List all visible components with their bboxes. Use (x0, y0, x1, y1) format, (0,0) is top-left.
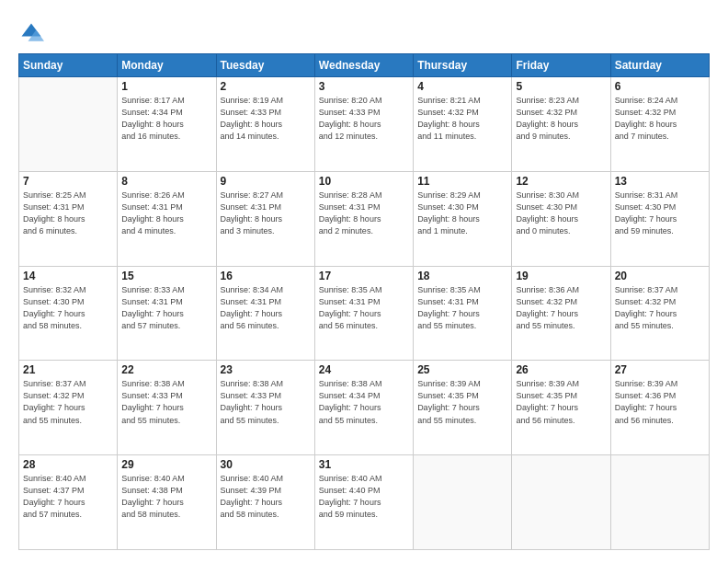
day-number: 1 (121, 80, 211, 93)
day-number: 27 (615, 363, 705, 376)
calendar-header-monday: Monday (118, 54, 216, 77)
day-info: Sunrise: 8:37 AM Sunset: 4:32 PM Dayligh… (23, 378, 113, 426)
calendar-header-thursday: Thursday (414, 54, 512, 77)
calendar-cell: 3Sunrise: 8:20 AM Sunset: 4:33 PM Daylig… (314, 77, 413, 172)
calendar-cell: 12Sunrise: 8:30 AM Sunset: 4:30 PM Dayli… (512, 171, 610, 266)
day-number: 15 (121, 270, 211, 282)
day-info: Sunrise: 8:31 AM Sunset: 4:30 PM Dayligh… (615, 190, 705, 237)
day-number: 7 (23, 175, 113, 188)
calendar-cell: 10Sunrise: 8:28 AM Sunset: 4:31 PM Dayli… (314, 171, 413, 266)
calendar-cell: 23Sunrise: 8:38 AM Sunset: 4:33 PM Dayli… (216, 361, 314, 455)
page: SundayMondayTuesdayWednesdayThursdayFrid… (0, 0, 728, 563)
calendar-cell: 18Sunrise: 8:35 AM Sunset: 4:31 PM Dayli… (414, 266, 512, 361)
day-info: Sunrise: 8:26 AM Sunset: 4:31 PM Dayligh… (121, 190, 211, 237)
day-number: 21 (23, 363, 113, 376)
day-info: Sunrise: 8:38 AM Sunset: 4:34 PM Dayligh… (319, 378, 409, 426)
calendar-week-row: 7Sunrise: 8:25 AM Sunset: 4:31 PM Daylig… (19, 171, 710, 266)
calendar-cell: 14Sunrise: 8:32 AM Sunset: 4:30 PM Dayli… (19, 266, 118, 361)
day-number: 24 (319, 363, 409, 376)
calendar-cell (610, 455, 709, 550)
day-info: Sunrise: 8:25 AM Sunset: 4:31 PM Dayligh… (23, 190, 113, 237)
day-number: 4 (417, 80, 507, 93)
day-number: 19 (516, 270, 606, 282)
day-info: Sunrise: 8:38 AM Sunset: 4:33 PM Dayligh… (221, 378, 311, 426)
day-number: 2 (221, 80, 311, 93)
calendar-cell: 31Sunrise: 8:40 AM Sunset: 4:40 PM Dayli… (314, 455, 413, 550)
calendar-cell: 30Sunrise: 8:40 AM Sunset: 4:39 PM Dayli… (216, 455, 314, 550)
calendar-cell: 2Sunrise: 8:19 AM Sunset: 4:33 PM Daylig… (216, 77, 314, 172)
calendar-cell: 5Sunrise: 8:23 AM Sunset: 4:32 PM Daylig… (512, 77, 610, 172)
day-number: 16 (221, 270, 311, 282)
calendar-cell: 22Sunrise: 8:38 AM Sunset: 4:33 PM Dayli… (118, 361, 216, 455)
day-info: Sunrise: 8:19 AM Sunset: 4:33 PM Dayligh… (221, 95, 311, 143)
day-info: Sunrise: 8:33 AM Sunset: 4:31 PM Dayligh… (121, 284, 211, 332)
day-number: 20 (615, 270, 705, 282)
calendar-cell: 8Sunrise: 8:26 AM Sunset: 4:31 PM Daylig… (118, 171, 216, 266)
day-number: 3 (319, 80, 409, 93)
calendar-header-sunday: Sunday (19, 54, 118, 77)
calendar-cell: 15Sunrise: 8:33 AM Sunset: 4:31 PM Dayli… (118, 266, 216, 361)
calendar-cell: 16Sunrise: 8:34 AM Sunset: 4:31 PM Dayli… (216, 266, 314, 361)
calendar-cell: 9Sunrise: 8:27 AM Sunset: 4:31 PM Daylig… (216, 171, 314, 266)
day-info: Sunrise: 8:38 AM Sunset: 4:33 PM Dayligh… (121, 378, 211, 426)
day-info: Sunrise: 8:40 AM Sunset: 4:38 PM Dayligh… (121, 473, 211, 521)
calendar-header-wednesday: Wednesday (314, 54, 413, 77)
day-number: 14 (23, 270, 113, 282)
day-info: Sunrise: 8:40 AM Sunset: 4:37 PM Dayligh… (23, 473, 113, 521)
calendar-week-row: 14Sunrise: 8:32 AM Sunset: 4:30 PM Dayli… (19, 266, 710, 361)
calendar-cell: 21Sunrise: 8:37 AM Sunset: 4:32 PM Dayli… (19, 361, 118, 455)
day-info: Sunrise: 8:40 AM Sunset: 4:39 PM Dayligh… (221, 473, 311, 521)
calendar-cell: 7Sunrise: 8:25 AM Sunset: 4:31 PM Daylig… (19, 171, 118, 266)
day-number: 5 (516, 80, 606, 93)
header (18, 17, 710, 46)
day-info: Sunrise: 8:17 AM Sunset: 4:34 PM Dayligh… (121, 95, 211, 143)
day-info: Sunrise: 8:40 AM Sunset: 4:40 PM Dayligh… (319, 473, 409, 521)
calendar-cell: 25Sunrise: 8:39 AM Sunset: 4:35 PM Dayli… (414, 361, 512, 455)
calendar-week-row: 21Sunrise: 8:37 AM Sunset: 4:32 PM Dayli… (19, 361, 710, 455)
day-number: 18 (417, 270, 507, 282)
day-number: 25 (417, 363, 507, 376)
day-info: Sunrise: 8:39 AM Sunset: 4:36 PM Dayligh… (615, 378, 705, 426)
day-number: 10 (319, 175, 409, 188)
day-info: Sunrise: 8:39 AM Sunset: 4:35 PM Dayligh… (417, 378, 507, 426)
day-info: Sunrise: 8:34 AM Sunset: 4:31 PM Dayligh… (221, 284, 311, 332)
day-info: Sunrise: 8:28 AM Sunset: 4:31 PM Dayligh… (319, 190, 409, 237)
calendar-cell: 28Sunrise: 8:40 AM Sunset: 4:37 PM Dayli… (19, 455, 118, 550)
day-number: 8 (121, 175, 211, 188)
day-number: 30 (221, 458, 311, 471)
day-info: Sunrise: 8:35 AM Sunset: 4:31 PM Dayligh… (417, 284, 507, 332)
calendar-week-row: 1Sunrise: 8:17 AM Sunset: 4:34 PM Daylig… (19, 77, 710, 172)
day-number: 11 (417, 175, 507, 188)
calendar-header-row: SundayMondayTuesdayWednesdayThursdayFrid… (19, 54, 710, 77)
calendar-cell: 19Sunrise: 8:36 AM Sunset: 4:32 PM Dayli… (512, 266, 610, 361)
day-number: 9 (221, 175, 311, 188)
day-number: 22 (121, 363, 211, 376)
calendar-cell: 24Sunrise: 8:38 AM Sunset: 4:34 PM Dayli… (314, 361, 413, 455)
day-info: Sunrise: 8:23 AM Sunset: 4:32 PM Dayligh… (516, 95, 606, 143)
calendar-cell: 20Sunrise: 8:37 AM Sunset: 4:32 PM Dayli… (610, 266, 709, 361)
day-info: Sunrise: 8:27 AM Sunset: 4:31 PM Dayligh… (221, 190, 311, 237)
day-number: 17 (319, 270, 409, 282)
day-number: 6 (615, 80, 705, 93)
calendar-header-saturday: Saturday (610, 54, 709, 77)
calendar-cell: 11Sunrise: 8:29 AM Sunset: 4:30 PM Dayli… (414, 171, 512, 266)
calendar-cell: 27Sunrise: 8:39 AM Sunset: 4:36 PM Dayli… (610, 361, 709, 455)
day-info: Sunrise: 8:21 AM Sunset: 4:32 PM Dayligh… (417, 95, 507, 143)
calendar-cell: 1Sunrise: 8:17 AM Sunset: 4:34 PM Daylig… (118, 77, 216, 172)
calendar-week-row: 28Sunrise: 8:40 AM Sunset: 4:37 PM Dayli… (19, 455, 710, 550)
calendar-table: SundayMondayTuesdayWednesdayThursdayFrid… (18, 53, 710, 550)
calendar-cell (19, 77, 118, 172)
day-info: Sunrise: 8:30 AM Sunset: 4:30 PM Dayligh… (516, 190, 606, 237)
calendar-cell: 4Sunrise: 8:21 AM Sunset: 4:32 PM Daylig… (414, 77, 512, 172)
day-info: Sunrise: 8:32 AM Sunset: 4:30 PM Dayligh… (23, 284, 113, 332)
calendar-header-friday: Friday (512, 54, 610, 77)
day-number: 23 (221, 363, 311, 376)
day-info: Sunrise: 8:39 AM Sunset: 4:35 PM Dayligh… (516, 378, 606, 426)
day-info: Sunrise: 8:29 AM Sunset: 4:30 PM Dayligh… (417, 190, 507, 237)
calendar-cell (512, 455, 610, 550)
day-number: 31 (319, 458, 409, 471)
day-info: Sunrise: 8:35 AM Sunset: 4:31 PM Dayligh… (319, 284, 409, 332)
logo-icon (18, 20, 44, 46)
calendar-cell (414, 455, 512, 550)
day-number: 13 (615, 175, 705, 188)
